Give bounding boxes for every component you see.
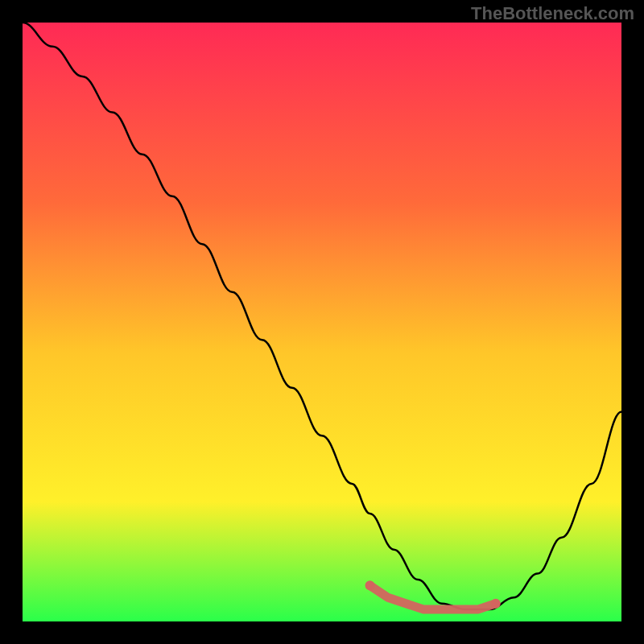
watermark-text: TheBottleneck.com: [471, 3, 634, 24]
plot-area: [23, 23, 621, 621]
chart-svg: [23, 23, 621, 621]
bottleneck-marker-dot: [365, 580, 375, 590]
bottleneck-marker-dot: [491, 599, 501, 609]
chart-container: TheBottleneck.com: [0, 0, 644, 644]
